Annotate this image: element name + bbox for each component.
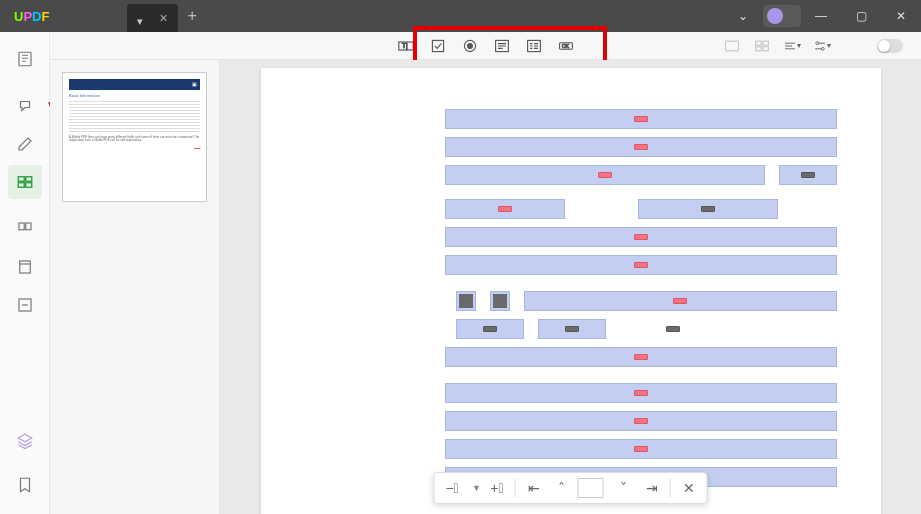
svg-rect-0	[19, 52, 31, 66]
pdf-page	[261, 68, 881, 514]
new-tab-button[interactable]: +	[178, 7, 207, 25]
field-branch[interactable]	[445, 411, 837, 431]
prev-page-button[interactable]: ˄	[550, 476, 574, 500]
svg-rect-2	[25, 177, 31, 182]
menu-help[interactable]	[95, 0, 127, 32]
minimize-button[interactable]: —	[801, 0, 841, 32]
field-part2[interactable]	[538, 319, 606, 339]
first-page-button[interactable]: ⇤	[522, 476, 546, 500]
svg-rect-18	[726, 41, 739, 51]
svg-text:T|: T|	[402, 42, 408, 50]
field-mobile[interactable]	[445, 199, 565, 219]
field-dob[interactable]	[638, 199, 778, 219]
svg-rect-11	[432, 40, 443, 51]
app-logo: UPDF	[0, 9, 63, 24]
svg-point-13	[467, 43, 472, 48]
crop-tool[interactable]	[8, 250, 42, 284]
svg-rect-5	[19, 223, 24, 230]
field-accttype[interactable]	[445, 439, 837, 459]
login-button[interactable]	[763, 5, 801, 27]
next-page-button[interactable]: ˅	[612, 476, 636, 500]
text-field-tool[interactable]: T|	[397, 37, 415, 55]
checkbox-no[interactable]	[490, 291, 510, 311]
comment-tool[interactable]	[8, 89, 42, 123]
button-tool[interactable]: OK	[557, 37, 575, 55]
preview-toggle[interactable]	[877, 39, 903, 53]
tab-menu-icon: ▾	[137, 15, 143, 21]
listbox-tool[interactable]	[525, 37, 543, 55]
field-part1[interactable]	[456, 319, 524, 339]
field-customer-name[interactable]	[445, 109, 837, 129]
field-email[interactable]	[445, 227, 837, 247]
reader-tool[interactable]	[8, 42, 42, 76]
tab-close-icon[interactable]: ×	[159, 10, 167, 26]
field-website[interactable]	[445, 255, 837, 275]
settings-tool-icon[interactable]: ▾	[813, 37, 831, 55]
svg-text:OK: OK	[562, 43, 570, 48]
svg-rect-7	[19, 261, 30, 273]
close-button[interactable]: ✕	[881, 0, 921, 32]
organize-tool[interactable]	[8, 212, 42, 246]
field-total[interactable]	[635, 319, 711, 339]
svg-rect-20	[763, 41, 769, 45]
form-tool[interactable]	[8, 165, 42, 199]
svg-rect-1	[18, 177, 24, 182]
page-controls: −⃝ ▼ +⃝ ⇤ ˄ ˅ ⇥ ✕	[433, 472, 708, 504]
chevron-down-icon[interactable]: ⌄	[723, 0, 763, 32]
page-input[interactable]	[578, 478, 604, 498]
bookmark-icon[interactable]	[8, 468, 42, 502]
page-thumbnail[interactable]: ▣ Basic Information A fillable PDF form …	[62, 72, 207, 202]
last-page-button[interactable]: ⇥	[640, 476, 664, 500]
field-address1[interactable]	[445, 137, 837, 157]
maximize-button[interactable]: ▢	[841, 0, 881, 32]
close-bar-button[interactable]: ✕	[677, 476, 701, 500]
radio-tool[interactable]	[461, 37, 479, 55]
menu-file[interactable]	[63, 0, 95, 32]
redact-tool[interactable]	[8, 288, 42, 322]
field-reference[interactable]	[445, 347, 837, 367]
layers-icon[interactable]	[8, 424, 42, 458]
dropdown-tool[interactable]	[493, 37, 511, 55]
svg-rect-6	[25, 223, 30, 230]
field-bankname[interactable]	[445, 383, 837, 403]
svg-rect-4	[25, 183, 31, 188]
field-address2[interactable]	[445, 165, 765, 185]
svg-rect-22	[763, 46, 769, 50]
field-enquiry[interactable]	[524, 291, 837, 311]
svg-rect-3	[18, 183, 24, 188]
svg-rect-19	[756, 41, 762, 45]
edit-tool[interactable]	[8, 127, 42, 161]
align-tool-icon[interactable]: ▾	[783, 37, 801, 55]
svg-point-24	[821, 47, 824, 50]
checkbox-yes[interactable]	[456, 291, 476, 311]
field-pincode[interactable]	[779, 165, 837, 185]
zoom-in-button[interactable]: +⃝	[485, 476, 509, 500]
svg-rect-21	[756, 46, 762, 50]
image-tool-icon[interactable]	[723, 37, 741, 55]
document-tab[interactable]: ▾ ×	[127, 4, 177, 32]
zoom-out-button[interactable]: −⃝	[440, 476, 464, 500]
checkbox-tool[interactable]	[429, 37, 447, 55]
avatar-icon	[767, 8, 783, 24]
grid-tool-icon[interactable]	[753, 37, 771, 55]
svg-point-23	[816, 41, 819, 44]
zoom-dropdown-icon[interactable]: ▼	[472, 483, 481, 493]
